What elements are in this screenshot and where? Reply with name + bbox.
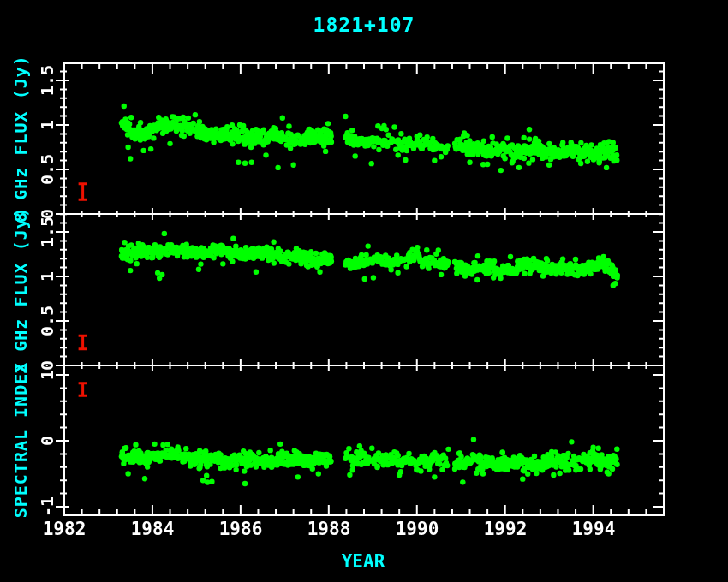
y-tick-p0-15: 1.5	[37, 50, 57, 110]
y-tick-p2-m1: -1	[37, 477, 57, 537]
x-tick-1994: 1994	[559, 519, 628, 539]
light-curve-figure: 1821+107 YEAR 8 GHz FLUX (Jy) 2 GHz FLUX…	[0, 0, 728, 582]
x-tick-1986: 1986	[206, 519, 275, 539]
x-tick-1990: 1990	[383, 519, 451, 539]
y-tick-p1-15: 1.5	[37, 202, 57, 262]
x-tick-1984: 1984	[118, 519, 187, 539]
plot-title: 1821+107	[236, 14, 492, 36]
y-tick-p2-0: 0	[37, 411, 57, 471]
x-tick-1992: 1992	[471, 519, 540, 539]
x-tick-1988: 1988	[295, 519, 363, 539]
x-axis-title: YEAR	[312, 551, 415, 572]
y-axis-title-spectral-index: SPECTRAL INDEX	[10, 346, 31, 534]
y-tick-p2-1: 1	[37, 345, 57, 405]
scatter-plot-canvas	[0, 0, 728, 582]
